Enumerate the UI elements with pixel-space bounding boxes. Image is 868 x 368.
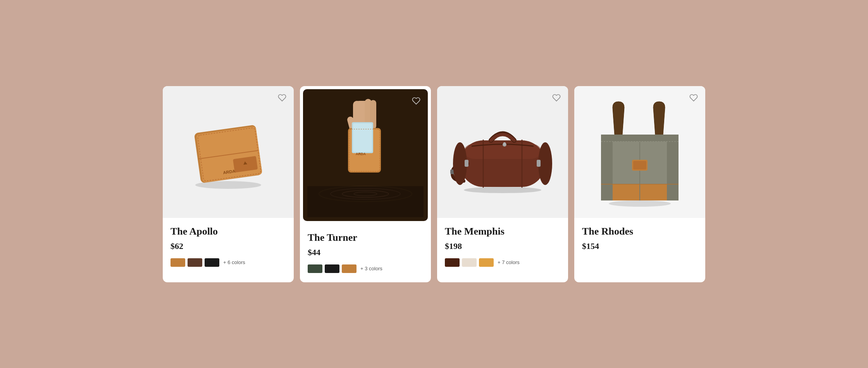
wishlist-button-memphis[interactable] (550, 92, 563, 104)
product-price-rhodes: $154 (582, 241, 698, 251)
product-image-rhodes (574, 86, 705, 218)
wishlist-button-rhodes[interactable] (687, 92, 700, 104)
product-name-apollo: The Apollo (170, 226, 286, 237)
product-price-memphis: $198 (445, 241, 560, 251)
more-colors-apollo[interactable]: + 6 colors (223, 259, 245, 265)
product-name-memphis: The Memphis (445, 226, 560, 237)
product-info-memphis: The Memphis $198 + 7 colors (437, 218, 568, 282)
turner-image-svg: ARDA (307, 93, 424, 217)
svg-rect-42 (667, 135, 679, 200)
product-card-rhodes: The Rhodes $154 (574, 86, 705, 282)
svg-rect-31 (503, 142, 506, 145)
svg-point-25 (464, 187, 541, 193)
more-colors-memphis[interactable]: + 7 colors (498, 259, 520, 265)
rhodes-image-svg (591, 96, 688, 208)
product-price-apollo: $62 (170, 241, 286, 251)
product-image-apollo: ARDA (163, 86, 294, 218)
color-swatch[interactable] (325, 264, 339, 273)
svg-rect-35 (465, 160, 468, 167)
product-card-memphis: The Memphis $198 + 7 colors (437, 86, 568, 282)
color-swatch[interactable] (188, 258, 202, 267)
svg-rect-36 (537, 160, 541, 167)
wishlist-button-apollo[interactable] (276, 92, 288, 104)
apollo-image-svg: ARDA (186, 113, 271, 191)
color-swatch[interactable] (170, 258, 185, 267)
svg-point-37 (609, 200, 671, 207)
color-options-memphis: + 7 colors (445, 258, 560, 267)
svg-rect-13 (307, 186, 424, 217)
products-grid: ARDA The Apollo $62 + 6 colors (163, 86, 705, 282)
wishlist-button-turner[interactable] (410, 95, 422, 107)
color-swatch[interactable] (308, 264, 322, 273)
color-swatch[interactable] (462, 258, 477, 267)
svg-text:ARDA: ARDA (356, 152, 366, 156)
svg-rect-22 (353, 123, 372, 152)
product-card-turner: ARDA The Turner $44 + 3 colors (300, 86, 431, 282)
color-options-turner: + 3 colors (308, 264, 423, 273)
color-options-apollo: + 6 colors (170, 258, 286, 267)
product-name-rhodes: The Rhodes (582, 226, 698, 237)
svg-rect-44 (601, 135, 679, 142)
color-swatch[interactable] (445, 258, 460, 267)
product-info-turner: The Turner $44 + 3 colors (300, 224, 431, 282)
color-swatch[interactable] (205, 258, 219, 267)
svg-rect-41 (601, 135, 613, 200)
more-colors-turner[interactable]: + 3 colors (360, 266, 382, 271)
color-swatch[interactable] (342, 264, 356, 273)
memphis-image-svg (448, 109, 557, 195)
product-image-turner: ARDA (303, 89, 428, 221)
svg-rect-46 (633, 161, 646, 169)
product-info-apollo: The Apollo $62 + 6 colors (163, 218, 294, 282)
product-image-memphis (437, 86, 568, 218)
product-info-rhodes: The Rhodes $154 (574, 218, 705, 282)
product-price-turner: $44 (308, 247, 423, 257)
color-swatch[interactable] (479, 258, 494, 267)
product-name-turner: The Turner (308, 232, 423, 244)
product-card-apollo: ARDA The Apollo $62 + 6 colors (163, 86, 294, 282)
